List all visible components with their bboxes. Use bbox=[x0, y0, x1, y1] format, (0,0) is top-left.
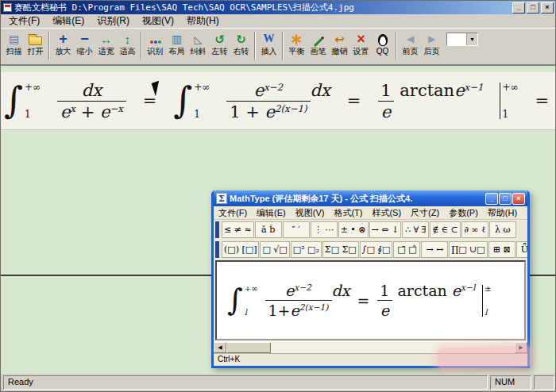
mt-palette-relations[interactable]: ≤ ≠ ≈ bbox=[222, 221, 254, 238]
qq-button[interactable]: QQ bbox=[372, 30, 393, 56]
mathtype-menubar: 文件(F) 编辑(E) 视图(V) 格式(T) 样式(S) 尺寸(Z) 参数(P… bbox=[214, 206, 527, 220]
mathtype-window: Σ MathType (评估期剩余17 天) - 公式 扫描公式4. _ □ ×… bbox=[211, 190, 530, 368]
status-num-lock: NUM bbox=[490, 375, 531, 390]
menu-item-edit[interactable]: 编辑(E) bbox=[46, 13, 91, 29]
maximize-button[interactable]: □ bbox=[527, 2, 539, 13]
rotate-left-button[interactable]: 左转 bbox=[209, 30, 230, 56]
mt-palette-logic[interactable]: ∴ ∀ ∃ bbox=[402, 221, 429, 238]
balance-button[interactable]: 平衡 bbox=[286, 30, 307, 56]
rotate-right-icon bbox=[232, 31, 251, 47]
dropdown-arrow-icon[interactable] bbox=[466, 33, 477, 45]
layout-icon bbox=[168, 31, 187, 47]
minimize-button[interactable]: _ bbox=[512, 2, 525, 13]
toolbar-grip[interactable] bbox=[215, 221, 219, 238]
mt-template-fences[interactable]: (□) [□] bbox=[222, 241, 259, 258]
mt-template-overbars[interactable]: □̄ □̂ bbox=[393, 241, 420, 258]
mt-template-labeled-arrows[interactable]: → ↔ bbox=[421, 241, 448, 258]
integral-2: ∫ +∞1 bbox=[173, 83, 210, 119]
mt-palette-embellishments[interactable]: ǎ ḃ bbox=[255, 221, 282, 238]
mt-template-products[interactable]: ∏□ ∪□ bbox=[449, 241, 487, 258]
mt-palette-dots[interactable]: ⋮ ⋯ bbox=[311, 221, 338, 238]
mathtype-formula: ∫ +∞l ex−2 1+e2(x−1) dx = 1 e bbox=[227, 282, 492, 319]
result-group: 1 e arctanex−1 bbox=[377, 81, 483, 121]
mt-palette-sets[interactable]: ∉ ∈ ⊂ bbox=[430, 221, 461, 238]
fit-width-button[interactable]: 适宽 bbox=[95, 30, 117, 56]
mathtype-close-button[interactable]: × bbox=[512, 193, 525, 205]
menu-item-recognize[interactable]: 识别(R) bbox=[91, 13, 136, 29]
evaluation-bar: +∞1 bbox=[500, 83, 518, 119]
open-folder-icon bbox=[29, 37, 42, 45]
qq-penguin-icon bbox=[378, 34, 388, 46]
toolbar-separator bbox=[396, 32, 397, 60]
mt-menu-file[interactable]: 文件(F) bbox=[214, 206, 252, 220]
zoom-in-icon bbox=[54, 31, 73, 47]
recognize-button[interactable]: 识别 bbox=[145, 30, 166, 56]
fit-width-icon bbox=[97, 31, 116, 47]
mathtype-edit-area[interactable]: ∫ +∞l ex−2 1+e2(x−1) dx = 1 e bbox=[215, 260, 526, 340]
result-group: 1 e arctan ex−l bbox=[376, 282, 475, 319]
main-menubar: 文件(F) 编辑(E) 识别(R) 视图(V) 帮助(H) bbox=[1, 14, 555, 29]
mt-menu-format[interactable]: 格式(T) bbox=[329, 206, 367, 220]
pen-icon bbox=[314, 37, 322, 46]
insert-word-button[interactable]: 插入 bbox=[258, 30, 280, 56]
scroll-left-icon[interactable]: ◀ bbox=[214, 342, 226, 353]
mt-palette-primes[interactable]: ″ ′ bbox=[283, 221, 310, 238]
mathtype-minimize-button[interactable]: _ bbox=[485, 193, 498, 205]
close-button[interactable]: × bbox=[541, 2, 554, 13]
arctan-label: arctan bbox=[400, 81, 454, 100]
settings-button[interactable]: 设置 bbox=[350, 30, 372, 56]
mt-menu-size[interactable]: 尺寸(Z) bbox=[406, 206, 444, 220]
page-combobox[interactable] bbox=[446, 33, 478, 46]
mt-menu-help[interactable]: 帮助(H) bbox=[483, 206, 522, 220]
menu-item-help[interactable]: 帮助(H) bbox=[180, 13, 226, 29]
mt-palette-greek[interactable]: λ ω bbox=[489, 221, 516, 238]
undo-icon bbox=[330, 31, 349, 47]
open-button[interactable]: 打开 bbox=[25, 30, 46, 56]
mt-template-integrals[interactable]: ∫□ ∮□ bbox=[360, 241, 393, 258]
mt-palette-arrows[interactable]: → ⇔ ↓ bbox=[369, 221, 402, 238]
watermark-blur bbox=[438, 345, 532, 371]
pen-button[interactable]: 画笔 bbox=[307, 30, 329, 56]
mt-menu-edit[interactable]: 编辑(E) bbox=[252, 206, 291, 220]
mt-template-sums[interactable]: Σ□ Σ□ bbox=[322, 241, 359, 258]
insert-word-icon bbox=[260, 31, 279, 47]
prev-page-button[interactable]: 前页 bbox=[400, 30, 421, 56]
scan-button[interactable]: 扫描 bbox=[3, 30, 25, 56]
zoom-out-icon bbox=[75, 31, 95, 47]
toolbar-grip[interactable] bbox=[215, 241, 219, 258]
mt-menu-preferences[interactable]: 参数(P) bbox=[444, 206, 483, 220]
undo-button[interactable]: 撤销 bbox=[329, 30, 350, 56]
mathtype-template-toolbar: (□) [□] □ √□ □² □₂ Σ□ Σ□ ∫□ ∮□ □̄ □̂ → ↔… bbox=[214, 240, 527, 259]
mt-template-underover[interactable]: Ǖ Ǚ bbox=[516, 241, 527, 258]
mathtype-titlebar[interactable]: Σ MathType (评估期剩余17 天) - 公式 扫描公式4. _ □ × bbox=[214, 190, 527, 206]
scanner-icon bbox=[5, 31, 24, 47]
zoom-in-button[interactable]: 放大 bbox=[52, 30, 74, 56]
menu-item-view[interactable]: 视图(V) bbox=[136, 13, 180, 29]
mt-template-fraction-radical[interactable]: □ √□ bbox=[260, 241, 289, 258]
toolbar-separator bbox=[48, 32, 50, 60]
rotate-right-button[interactable]: 右转 bbox=[230, 30, 252, 56]
mt-palette-operators[interactable]: ± • ⊗ bbox=[338, 221, 369, 238]
scanned-image[interactable]: ∫ +∞1 dx ex + e−x = ∫ +∞1 ex−2 1 + e2(x−… bbox=[1, 71, 556, 130]
page-combobox-value bbox=[447, 33, 466, 45]
mt-template-matrices[interactable]: ⊞ ⊠ bbox=[488, 241, 515, 258]
mt-template-scripts[interactable]: □² □₂ bbox=[291, 241, 322, 258]
deskew-button[interactable]: 纠斜 bbox=[187, 30, 209, 56]
status-extra-panel bbox=[534, 375, 554, 390]
layout-button[interactable]: 布局 bbox=[166, 30, 187, 56]
mathtype-title: MathType (评估期剩余17 天) - 公式 扫描公式4. bbox=[230, 193, 485, 205]
mt-menu-view[interactable]: 视图(V) bbox=[291, 206, 330, 220]
fit-height-button[interactable]: 适高 bbox=[117, 30, 138, 56]
statusbar: Ready NUM bbox=[1, 374, 556, 391]
scrollbar-thumb[interactable] bbox=[226, 342, 271, 353]
equals-sign: = bbox=[357, 292, 369, 309]
scanned-formula: ∫ +∞1 dx ex + e−x = ∫ +∞1 ex−2 1 + e2(x−… bbox=[1, 81, 556, 121]
next-page-button[interactable]: 后页 bbox=[421, 30, 442, 56]
zoom-out-button[interactable]: 缩小 bbox=[74, 30, 95, 56]
app-icon bbox=[3, 3, 12, 12]
mt-palette-misc[interactable]: ∂ ∞ ℓ bbox=[461, 221, 488, 238]
mathtype-maximize-button[interactable]: □ bbox=[499, 193, 512, 205]
menu-item-file[interactable]: 文件(F) bbox=[2, 13, 46, 29]
fraction: ex−2 1+e2(x−1) bbox=[265, 282, 332, 319]
mt-menu-style[interactable]: 样式(S) bbox=[367, 206, 406, 220]
